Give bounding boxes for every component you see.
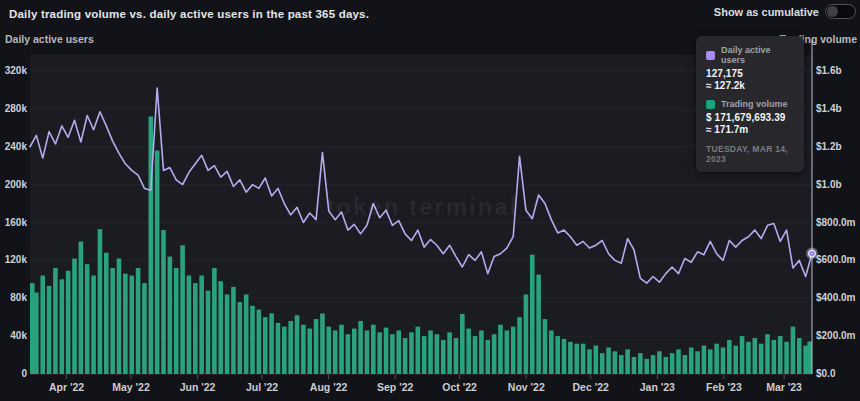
volume-bar	[638, 353, 643, 374]
volume-bar	[807, 341, 812, 374]
volume-bar	[142, 283, 147, 374]
volume-bar	[568, 342, 573, 374]
tooltip-volume-value: $ 171,679,693.39	[706, 112, 794, 123]
volume-bar	[574, 344, 579, 374]
volume-bar	[759, 344, 764, 374]
volume-bar	[384, 328, 389, 374]
volume-bar	[702, 346, 707, 374]
volume-bar	[752, 338, 757, 374]
volume-bar	[714, 344, 719, 374]
volume-bar	[333, 330, 338, 374]
users-swatch-icon	[706, 51, 715, 60]
left-axis-tick: 40k	[0, 330, 27, 341]
right-axis-tick: $800.0m	[816, 217, 855, 228]
volume-bar	[244, 294, 249, 374]
volume-bar	[447, 332, 452, 374]
x-axis-tick: Jul '22	[232, 381, 292, 393]
volume-bar	[47, 286, 52, 374]
volume-bar	[689, 347, 694, 374]
left-axis-tick: 80k	[0, 292, 27, 303]
volume-bar	[295, 315, 300, 374]
left-axis-tick: 200k	[0, 179, 27, 190]
left-axis-tick: 320k	[0, 65, 27, 76]
volume-bar	[600, 353, 605, 374]
tooltip-volume-approx: ≈ 171.7m	[706, 124, 794, 135]
tooltip-date: TUESDAY, MAR 14, 2023	[706, 144, 794, 164]
volume-bar	[136, 268, 141, 374]
volume-bar	[117, 258, 122, 374]
volume-bar	[676, 349, 681, 374]
volume-bar	[168, 257, 173, 374]
volume-bar	[505, 330, 510, 374]
left-axis-tick: 0	[0, 368, 27, 379]
volume-bar	[651, 355, 656, 374]
tooltip-volume-row: Trading volume	[706, 99, 794, 109]
volume-bar	[199, 276, 204, 374]
volume-bar	[276, 323, 281, 374]
volume-bar	[85, 264, 90, 374]
x-axis-tick: Sep '22	[365, 381, 425, 393]
volume-bar	[772, 340, 777, 374]
right-axis-tick: $400.0m	[816, 292, 855, 303]
volume-bar	[479, 330, 484, 374]
volume-bar	[435, 334, 440, 374]
volume-bar	[625, 349, 630, 374]
volume-bar	[740, 336, 745, 374]
x-axis-tick: Feb '23	[694, 381, 754, 393]
volume-bar	[225, 294, 230, 374]
volume-bar	[498, 325, 503, 374]
volume-bar	[422, 336, 427, 374]
volume-bar	[352, 329, 357, 374]
volume-bar	[377, 332, 382, 374]
volume-bar	[619, 355, 624, 374]
volume-bar	[314, 319, 319, 374]
volume-bar	[797, 338, 802, 374]
volume-bar	[473, 336, 478, 374]
volume-bar	[587, 349, 592, 374]
volume-bar	[327, 327, 332, 374]
volume-bar	[441, 340, 446, 374]
x-axis-tick: Nov '22	[496, 381, 556, 393]
volume-bar	[129, 276, 134, 374]
volume-bar	[269, 313, 274, 374]
x-axis-tick: Apr '22	[37, 381, 97, 393]
right-axis-tick: $600.0m	[816, 254, 855, 265]
volume-bar	[663, 357, 668, 374]
volume-bar	[485, 340, 490, 374]
volume-bar	[524, 294, 529, 374]
volume-bar	[746, 342, 751, 374]
volume-bar	[765, 334, 770, 374]
volume-bar	[53, 268, 58, 374]
volume-bar	[212, 268, 217, 374]
volume-bar	[632, 357, 637, 374]
tooltip-users-row: Daily active users	[706, 45, 794, 65]
x-axis-tick: Mar '23	[754, 381, 814, 393]
volume-bar	[358, 321, 363, 374]
left-axis-tick: 160k	[0, 217, 27, 228]
right-axis-tick: $1.4b	[816, 103, 842, 114]
tooltip-users-label: Daily active users	[721, 45, 794, 65]
volume-bar	[30, 283, 35, 374]
volume-bar	[727, 340, 732, 374]
volume-bar	[536, 275, 541, 374]
volume-bar	[371, 325, 376, 374]
volume-bar	[79, 241, 84, 374]
volume-bar	[543, 319, 548, 374]
volume-bar	[72, 258, 77, 374]
volume-bar	[155, 151, 160, 374]
hover-dot	[809, 250, 816, 257]
volume-bar	[339, 325, 344, 374]
volume-bar	[517, 317, 522, 374]
x-axis-tick: Jan '23	[627, 381, 687, 393]
volume-bar	[59, 279, 64, 374]
volume-bar	[428, 330, 433, 374]
volume-bar	[288, 321, 293, 374]
left-axis-tick: 120k	[0, 254, 27, 265]
x-axis-tick: Jun '22	[168, 381, 228, 393]
volume-bar	[307, 329, 312, 374]
volume-bar	[460, 314, 465, 374]
volume-bar	[365, 330, 370, 374]
volume-bar	[803, 346, 808, 374]
volume-bar	[301, 325, 306, 374]
x-axis-tick: Dec '22	[561, 381, 621, 393]
